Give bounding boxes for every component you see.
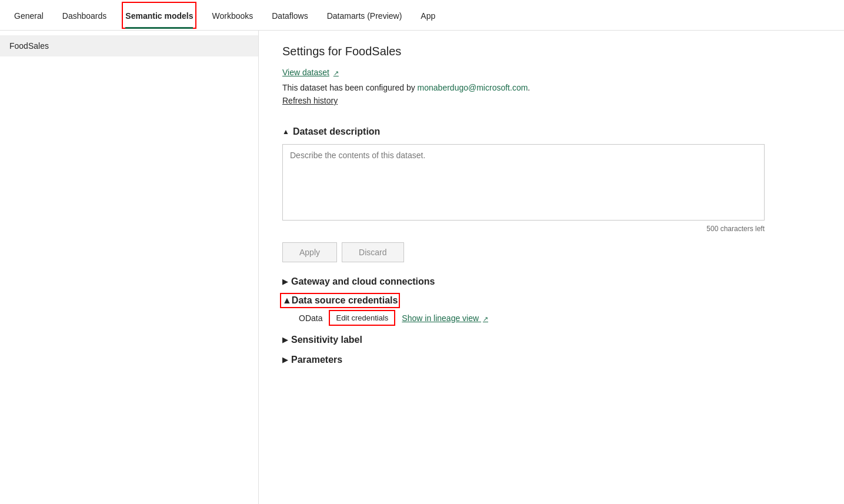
edit-credentials-button[interactable]: Edit credentials [329, 311, 395, 325]
nav-item-dashboards[interactable]: Dashboards [62, 2, 107, 29]
lineage-external-icon: ↗ [483, 315, 488, 322]
config-text: This dataset has been configured by mona… [282, 83, 820, 92]
gateway-chevron-icon: ▶ [282, 278, 288, 286]
external-link-icon: ↗ [333, 69, 339, 76]
sidebar-item-foodsales[interactable]: FoodSales [0, 35, 258, 56]
nav-item-semantic-models[interactable]: Semantic models [125, 2, 193, 29]
config-email: monaberdugo@microsoft.com [418, 83, 528, 92]
credentials-section: ▲ Data source credentials OData Edit cre… [282, 295, 820, 325]
main-layout: FoodSales Settings for FoodSales View da… [0, 31, 844, 504]
description-textarea[interactable] [282, 144, 765, 221]
nav-item-workbooks[interactable]: Workbooks [212, 2, 253, 29]
sensitivity-chevron-icon: ▶ [282, 336, 288, 344]
sensitivity-section-header[interactable]: ▶ Sensitivity label [282, 335, 820, 345]
main-content: Settings for FoodSales View dataset ↗ Th… [259, 31, 844, 504]
page-title: Settings for FoodSales [282, 45, 820, 58]
top-navigation: General Dashboards Semantic models Workb… [0, 0, 844, 31]
odata-label: OData [299, 313, 322, 323]
dataset-description-section-header[interactable]: ▲ Dataset description [282, 126, 820, 137]
nav-item-datamarts[interactable]: Datamarts (Preview) [327, 2, 402, 29]
view-dataset-link[interactable]: View dataset ↗ [282, 68, 820, 77]
collapse-chevron: ▲ [282, 128, 289, 136]
dataset-description-label: Dataset description [293, 126, 380, 137]
nav-item-dataflows[interactable]: Dataflows [272, 2, 308, 29]
sidebar: FoodSales [0, 31, 259, 504]
discard-button[interactable]: Discard [342, 242, 403, 262]
description-button-row: Apply Discard [282, 242, 820, 262]
credentials-row: OData Edit credentials Show in lineage v… [299, 311, 820, 325]
gateway-section-header[interactable]: ▶ Gateway and cloud connections [282, 276, 820, 287]
parameters-section-header[interactable]: ▶ Parameters [282, 355, 820, 365]
nav-item-general[interactable]: General [14, 2, 44, 29]
credentials-chevron-icon: ▲ [282, 295, 292, 306]
refresh-history-link[interactable]: Refresh history [282, 96, 338, 105]
nav-item-app[interactable]: App [421, 2, 435, 29]
parameters-label: Parameters [291, 355, 342, 365]
parameters-chevron-icon: ▶ [282, 356, 288, 364]
chars-left: 500 characters left [282, 225, 765, 233]
sensitivity-label: Sensitivity label [291, 335, 362, 345]
gateway-label: Gateway and cloud connections [291, 276, 435, 287]
credentials-label: Data source credentials [292, 295, 398, 306]
credentials-section-header[interactable]: ▲ Data source credentials [282, 295, 398, 306]
apply-button[interactable]: Apply [282, 242, 337, 262]
show-lineage-link[interactable]: Show in lineage view ↗ [402, 313, 488, 323]
